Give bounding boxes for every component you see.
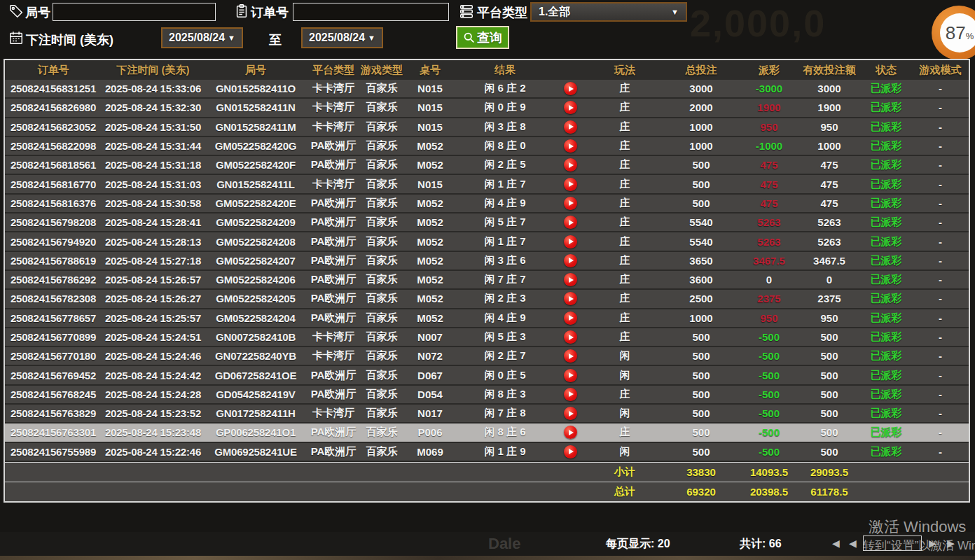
- table-row[interactable]: 250824156770180 2025-08-24 15:24:46 GN07…: [5, 347, 969, 366]
- play-replay-icon[interactable]: [564, 254, 577, 267]
- game-mode-cell: -: [912, 102, 969, 113]
- table-row[interactable]: 250824156816770 2025-08-24 15:31:03 GN01…: [5, 175, 969, 194]
- status-badge: 已派彩: [860, 120, 912, 134]
- table-no-cell: M052: [403, 140, 457, 152]
- order-no-input[interactable]: [293, 3, 449, 21]
- play-replay-icon[interactable]: [564, 197, 577, 210]
- table-row[interactable]: 250824156770899 2025-08-24 15:24:51 GN00…: [5, 328, 969, 347]
- table-row[interactable]: 250824156822098 2025-08-24 15:31:44 GM05…: [5, 137, 969, 156]
- game-mode-cell: -: [912, 331, 969, 343]
- date-from-picker[interactable]: 2025/08/24 ▼: [161, 27, 243, 48]
- orders-table: 订单号 下注时间 (美东) 局号 平台类型 游戏类型 桌号 结果 玩法 总投注 …: [4, 59, 970, 503]
- date-to-picker[interactable]: 2025/08/24 ▼: [301, 27, 383, 48]
- table-no-cell: N015: [403, 102, 457, 113]
- total-bet-cell: 1000: [663, 312, 740, 324]
- search-button-label: 查询: [477, 29, 502, 46]
- game-no-cell: GM0522582420E: [205, 197, 307, 209]
- table-row[interactable]: 250824156769452 2025-08-24 15:24:42 GD06…: [5, 366, 969, 385]
- bet-time-cell: 2025-08-24 15:31:44: [102, 140, 205, 152]
- game-no-label: 局号: [25, 4, 50, 21]
- play-replay-icon[interactable]: [564, 235, 577, 248]
- play-replay-icon[interactable]: [564, 139, 577, 153]
- bet-time-cell: 2025-08-24 15:25:57: [102, 312, 205, 324]
- result-cell: 闲 1 庄 9: [457, 445, 553, 458]
- table-row[interactable]: 250824156831251 2025-08-24 15:33:06 GN01…: [5, 80, 969, 99]
- game-type-cell: 百家乐: [360, 216, 403, 229]
- pagination-bar: Dale 每页显示: 20 共计: 66 ◀ ◀ ▶ ▶: [0, 532, 975, 556]
- platform-type-select[interactable]: 1.全部 ▼: [530, 2, 687, 22]
- play-replay-icon[interactable]: [564, 312, 577, 325]
- col-play-method: 玩法: [587, 64, 663, 77]
- subtotal-valid: 29093.5: [798, 466, 860, 478]
- game-mode-cell: -: [912, 255, 969, 267]
- search-button[interactable]: 查询: [456, 26, 509, 49]
- per-page-text: 每页显示: 20: [606, 537, 670, 552]
- last-page-button[interactable]: ▶: [947, 538, 955, 549]
- play-replay-icon[interactable]: [564, 178, 577, 191]
- table-row[interactable]: 250824156763301 2025-08-24 15:23:48 GP00…: [5, 424, 969, 442]
- next-page-button[interactable]: ▶: [929, 538, 936, 549]
- play-replay-icon[interactable]: [564, 82, 577, 95]
- platform-type-value: 1.全部: [539, 5, 570, 20]
- status-badge: 已派彩: [860, 254, 912, 267]
- first-page-button[interactable]: ◀: [832, 538, 840, 549]
- play-replay-icon[interactable]: [564, 273, 577, 286]
- total-bet-cell: 3000: [663, 83, 740, 94]
- play-replay-icon[interactable]: [564, 369, 577, 382]
- game-type-cell: 百家乐: [360, 158, 403, 172]
- order-no-cell: 250824156770180: [5, 350, 102, 362]
- bet-time-cell: 2025-08-24 15:31:18: [102, 159, 205, 171]
- play-replay-icon[interactable]: [564, 292, 577, 305]
- replay-cell: [553, 216, 587, 229]
- game-no-cell: GN0152582411O: [205, 83, 307, 94]
- table-row[interactable]: 250824156782308 2025-08-24 15:26:27 GM05…: [5, 290, 969, 309]
- table-row[interactable]: 250824156798208 2025-08-24 15:28:41 GM05…: [5, 214, 969, 232]
- table-row[interactable]: 250824156826980 2025-08-24 15:32:30 GN01…: [5, 99, 969, 118]
- status-badge: 已派彩: [860, 312, 912, 325]
- table-row[interactable]: 250824156786292 2025-08-24 15:26:57 GM05…: [5, 271, 969, 290]
- platform-cell: 卡卡湾厅: [307, 178, 360, 191]
- valid-bet-cell: 3467.5: [798, 255, 860, 267]
- play-replay-icon[interactable]: [564, 120, 577, 134]
- platform-type-label: 平台类型: [477, 4, 527, 21]
- order-no-cell: 250824156769452: [5, 370, 102, 382]
- prev-page-button[interactable]: ◀: [849, 538, 857, 549]
- table-row[interactable]: 250824156755989 2025-08-24 15:22:46 GM06…: [5, 443, 969, 462]
- table-row[interactable]: 250824156768245 2025-08-24 15:24:28 GD05…: [5, 386, 969, 405]
- game-mode-cell: -: [912, 197, 969, 209]
- play-replay-icon[interactable]: [564, 349, 577, 363]
- bet-time-cell: 2025-08-24 15:23:48: [102, 426, 205, 438]
- game-mode-cell: -: [912, 236, 969, 248]
- table-row[interactable]: 250824156818561 2025-08-24 15:31:18 GM05…: [5, 156, 969, 175]
- game-type-cell: 百家乐: [360, 101, 403, 114]
- game-mode-cell: -: [912, 446, 969, 458]
- table-row[interactable]: 250824156794920 2025-08-24 15:28:13 GM05…: [5, 232, 969, 251]
- goto-page-input[interactable]: [863, 536, 922, 551]
- platform-cell: PA欧洲厅: [307, 273, 360, 286]
- replay-cell: [553, 312, 587, 325]
- play-replay-icon[interactable]: [564, 158, 577, 172]
- play-replay-icon[interactable]: [564, 216, 577, 229]
- bet-time-cell: 2025-08-24 15:24:46: [102, 350, 205, 362]
- table-row[interactable]: 250824156778657 2025-08-24 15:25:57 GM05…: [5, 309, 969, 328]
- play-replay-icon[interactable]: [564, 330, 577, 344]
- table-no-cell: N015: [403, 121, 457, 133]
- table-row[interactable]: 250824156788619 2025-08-24 15:27:18 GM05…: [5, 252, 969, 271]
- play-replay-icon[interactable]: [564, 407, 577, 420]
- clipboard-icon: [234, 3, 249, 20]
- play-replay-icon[interactable]: [564, 388, 577, 401]
- play-replay-icon[interactable]: [564, 101, 577, 114]
- total-bet-cell: 2500: [663, 293, 740, 304]
- table-row[interactable]: 250824156816376 2025-08-24 15:30:58 GM05…: [5, 195, 969, 214]
- table-row[interactable]: 250824156763829 2025-08-24 15:23:52 GN01…: [5, 405, 969, 424]
- game-no-cell: GM05225824208: [205, 236, 307, 248]
- play-replay-icon[interactable]: [564, 426, 577, 439]
- col-status: 状态: [860, 64, 912, 77]
- play-replay-icon[interactable]: [564, 445, 577, 458]
- col-game-type: 游戏类型: [360, 64, 403, 77]
- game-no-input[interactable]: [53, 3, 216, 21]
- order-no-cell: 250824156770899: [5, 331, 102, 343]
- table-row[interactable]: 250824156823052 2025-08-24 15:31:50 GN01…: [5, 118, 969, 137]
- order-no-cell: 250824156823052: [5, 121, 102, 133]
- valid-bet-cell: 475: [798, 178, 860, 190]
